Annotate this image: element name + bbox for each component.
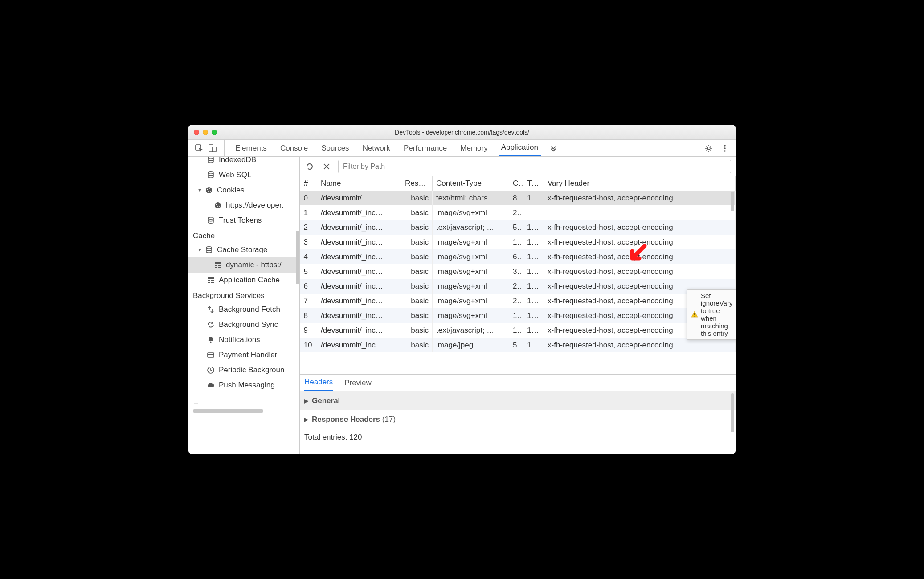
table-row[interactable]: 7/devsummit/_inc…basicimage/svg+xml2…1…x… [300,294,736,308]
table-cell: 2… [509,279,523,294]
devtools-window: DevTools - developer.chrome.com/tags/dev… [188,125,736,454]
table-row[interactable]: 1/devsummit/_inc…basicimage/svg+xml2… [300,205,736,220]
sidebar-item-cookies[interactable]: ▼ Cookies [188,183,299,198]
details-tab-preview[interactable]: Preview [344,375,371,391]
table-v-scrollbar[interactable] [731,192,734,211]
header-vary[interactable]: Vary Header [544,176,736,191]
sidebar-h-scrollbar[interactable] [193,409,263,413]
svg-rect-2 [212,147,216,152]
header-content-length[interactable]: C.. [509,176,523,191]
table-row[interactable]: 9/devsummit/_inc…basictext/javascript; …… [300,323,736,338]
table-cell: image/svg+xml [433,279,509,294]
svg-rect-33 [208,354,214,355]
details-v-scrollbar[interactable] [731,393,734,432]
header-content-type[interactable]: Content-Type [433,176,509,191]
table-row[interactable]: 4/devsummit/_inc…basicimage/svg+xml6…1…x… [300,249,736,264]
table-cell: basic [401,294,433,308]
filter-input[interactable] [338,160,731,173]
cache-table: # Name Res… Content-Type C.. Ti… Vary He… [300,176,736,352]
sidebar-item-bgfetch[interactable]: Background Fetch [188,302,299,317]
table-row[interactable]: 5/devsummit/_inc…basicimage/svg+xml3…1…x… [300,264,736,279]
svg-point-16 [218,204,219,204]
sidebar-item-push[interactable]: Push Messaging [188,378,299,393]
table-cell: x-fh-requested-host, accept-encoding [544,249,736,264]
sidebar-item-bgsync[interactable]: Background Sync [188,317,299,332]
tab-memory[interactable]: Memory [458,140,490,156]
tab-network[interactable]: Network [360,140,393,156]
svg-point-20 [206,247,212,249]
database-icon [206,157,215,164]
total-entries: Total entries: 120 [300,429,736,445]
table-cell [544,205,736,220]
table-row[interactable]: 6/devsummit/_inc…basicimage/svg+xml2…1…x… [300,279,736,294]
sidebar-item-cookies-origin[interactable]: https://developer. [188,198,299,213]
svg-rect-35 [694,313,695,315]
details-tab-headers[interactable]: Headers [304,375,333,391]
sidebar-item-websql[interactable]: Web SQL [188,167,299,183]
table-cell: 1… [523,323,544,338]
sidebar-item-periodic[interactable]: Periodic Backgroun [188,363,299,378]
svg-point-13 [210,191,211,192]
table-cell: basic [401,205,433,220]
sync-icon [206,321,215,329]
chevron-down-icon: ▼ [197,188,203,193]
sidebar-section-cache: Cache [188,228,299,242]
main-panel: # Name Res… Content-Type C.. Ti… Vary He… [300,157,736,454]
sidebar-item-indexeddb[interactable]: IndexedDB [188,157,299,167]
table-cell: 1… [523,279,544,294]
table-cell: text/javascript; … [433,323,509,338]
svg-rect-21 [215,262,221,264]
sidebar-item-label: Background Fetch [219,305,280,314]
kebab-menu-icon[interactable] [720,144,729,153]
settings-icon[interactable] [704,144,713,153]
sidebar-item-payhandler[interactable]: Payment Handler [188,347,299,363]
tab-performance[interactable]: Performance [401,140,450,156]
header-response[interactable]: Res… [401,176,433,191]
sidebar-item-label: Periodic Backgroun [219,366,284,375]
table-cell: 1… [523,338,544,352]
header-num[interactable]: # [300,176,317,191]
table-row[interactable]: 10/devsummit/_inc…basicimage/jpeg5…1…x-f… [300,338,736,352]
sidebar-item-trusttokens[interactable]: Trust Tokens [188,213,299,228]
device-toolbar-icon[interactable] [208,144,217,153]
table-row[interactable]: 8/devsummit/_inc…basicimage/svg+xml1…1…x… [300,308,736,323]
refresh-button[interactable] [304,161,315,172]
svg-rect-26 [208,277,214,279]
cache-toolbar [300,157,736,176]
section-count: (17) [382,415,396,424]
details-section-response-headers[interactable]: ▶ Response Headers (17) [300,410,736,429]
svg-point-18 [219,206,220,207]
svg-point-15 [216,204,217,205]
table-row[interactable]: 3/devsummit/_inc…basicimage/svg+xml1…1…x… [300,235,736,249]
table-cell: /devsummit/_inc… [317,235,401,249]
table-row[interactable]: 2/devsummit/_inc…basictext/javascript; …… [300,220,736,235]
sidebar-item-cachestorage-dynamic[interactable]: dynamic - https:/ [188,257,299,273]
table-cell: x-fh-requested-host, accept-encoding [544,191,736,205]
tab-elements[interactable]: Elements [233,140,270,156]
table-cell: 8… [509,191,523,205]
sidebar-item-notifications[interactable]: Notifications [188,332,299,347]
table-cell: 10 [300,338,317,352]
svg-point-17 [217,206,218,207]
tab-console[interactable]: Console [278,140,311,156]
header-name[interactable]: Name [317,176,401,191]
table-cell: 2 [300,220,317,235]
window-title: DevTools - developer.chrome.com/tags/dev… [188,129,736,136]
svg-point-9 [206,187,212,193]
sidebar-item-appcache[interactable]: Application Cache [188,273,299,288]
sidebar-item-label: Payment Handler [219,351,277,359]
tab-sources[interactable]: Sources [319,140,352,156]
inspect-element-icon[interactable] [195,144,204,153]
table-cell: 4 [300,249,317,264]
svg-rect-25 [218,267,221,268]
sidebar-item-cachestorage[interactable]: ▼ Cache Storage [188,242,299,257]
table-cell: 2… [509,294,523,308]
tab-application[interactable]: Application [499,140,541,156]
table-cell: image/svg+xml [433,235,509,249]
header-time[interactable]: Ti… [523,176,544,191]
table-cell: 3… [509,264,523,279]
details-section-general[interactable]: ▶ General [300,391,736,410]
more-tabs-icon[interactable] [549,144,558,153]
table-row[interactable]: 0/devsummit/basictext/html; chars…8…1…x-… [300,191,736,205]
clear-button[interactable] [321,161,332,172]
